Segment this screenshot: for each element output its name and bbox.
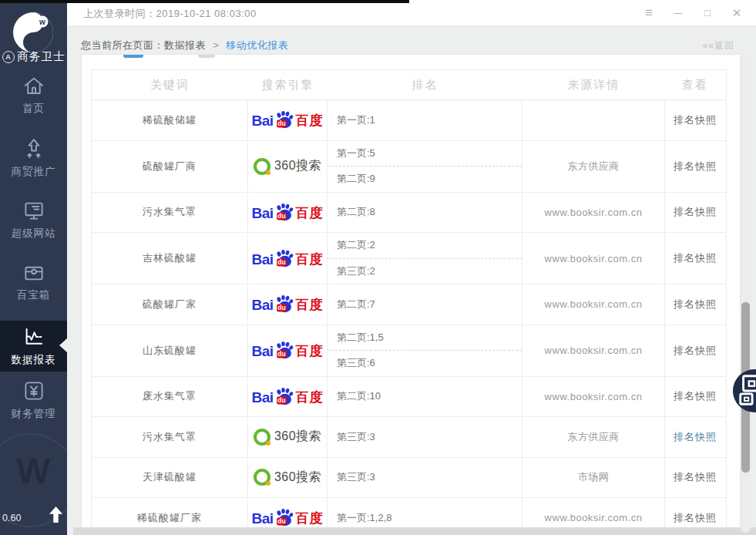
sidebar-item-label: 商贸推广 <box>12 165 56 179</box>
svg-text:du: du <box>277 119 285 127</box>
baidu-logo-icon: Baidu百度 <box>251 387 323 406</box>
table-row: 稀硫酸罐厂家Baidu百度第一页:1,2,8www.booksir.com.cn… <box>92 498 726 527</box>
close-icon[interactable]: ✕ <box>722 6 751 20</box>
breadcrumb-separator: > <box>213 39 219 51</box>
rank-snapshot-link[interactable]: 排名快照 <box>674 160 717 173</box>
bottom-scroll-strip[interactable] <box>73 527 756 535</box>
rank-value: 第一页:1 <box>328 100 522 140</box>
360-search-label: 360搜索 <box>274 429 321 445</box>
360-ring-icon <box>254 158 270 175</box>
keyword-cell: 污水集气罩 <box>143 205 197 219</box>
rank-value: 第三页:6 <box>328 350 522 376</box>
sidebar-item-商贸推广[interactable]: 商贸推广 <box>0 137 67 179</box>
baidu-logo-icon: Baidu百度 <box>251 249 323 268</box>
rank-cell: 第二页:10 <box>328 377 522 417</box>
source-cell: 市场网 <box>578 470 610 484</box>
svg-text:du: du <box>277 517 285 525</box>
source-cell: www.booksir.com.cn <box>545 391 643 402</box>
sidebar-item-数据报表[interactable]: 数据报表 <box>0 321 67 372</box>
website-icon <box>22 199 45 222</box>
qr-code-float-button[interactable] <box>733 369 756 412</box>
rank-snapshot-link[interactable]: 排名快照 <box>674 511 717 525</box>
breadcrumb-prefix: 您当前所在页面：数据报表 <box>81 39 206 51</box>
keyword-cell: 天津硫酸罐 <box>143 470 197 484</box>
360-search-label: 360搜索 <box>274 469 321 486</box>
svg-text:du: du <box>277 258 285 266</box>
version-label: 0.60 <box>2 513 21 523</box>
home-icon <box>22 74 45 97</box>
sidebar-item-财务管理[interactable]: 财务管理 <box>0 379 67 421</box>
source-cell: www.booksir.com.cn <box>545 253 643 264</box>
rank-cell: 第三页:3 <box>328 417 522 457</box>
app-logo-icon: w <box>12 11 55 54</box>
svg-text:du: du <box>277 212 285 220</box>
back-link[interactable]: ««返回 <box>703 39 734 52</box>
svg-text:du: du <box>277 350 285 358</box>
rank-value: 第二页:10 <box>328 377 522 417</box>
rank-snapshot-link[interactable]: 排名快照 <box>674 344 717 358</box>
table-row: 山东硫酸罐Baidu百度第二页:1,5第三页:6www.booksir.com.… <box>92 325 726 377</box>
rank-snapshot-link[interactable]: 排名快照 <box>674 470 717 484</box>
360-ring-icon <box>254 469 270 486</box>
rank-cell: 第一页:1 <box>328 100 522 140</box>
rank-snapshot-link[interactable]: 排名快照 <box>674 205 717 219</box>
last-login-text: 上次登录时间：2019-10-21 08:03:00 <box>83 7 257 21</box>
rank-value: 第二页:8 <box>328 193 522 233</box>
col-header-keyword: 关键词 <box>92 70 248 99</box>
watermark-letter: W <box>16 449 50 492</box>
source-cell: www.booksir.com.cn <box>545 298 643 310</box>
rank-snapshot-link[interactable]: 排名快照 <box>674 430 717 444</box>
inactive-tab-fragment[interactable] <box>198 55 215 58</box>
engine-cell: Baidu百度 <box>248 233 328 284</box>
window-controls: ≡ ─ □ ✕ <box>634 0 751 25</box>
360-search-logo-icon: 360搜索 <box>254 429 321 446</box>
engine-cell: Baidu百度 <box>248 377 328 417</box>
rank-snapshot-link[interactable]: 排名快照 <box>674 251 717 265</box>
brand-name: 商务卫士 <box>18 49 66 64</box>
table-body: 稀硫酸储罐Baidu百度第一页:1排名快照硫酸罐厂商360搜索第一页:5第二页:… <box>92 100 726 527</box>
data-table: 关键词 搜索引擎 排名 来源详情 查看 稀硫酸储罐Baidu百度第一页:1排名快… <box>91 69 727 527</box>
sidebar-item-label: 财务管理 <box>12 407 56 421</box>
table-row: 硫酸罐厂家Baidu百度第二页:7www.booksir.com.cn排名快照 <box>92 284 726 325</box>
keyword-cell: 山东硫酸罐 <box>143 344 197 358</box>
col-header-rank: 排名 <box>328 70 522 99</box>
active-item-arrow-icon <box>59 338 67 352</box>
baidu-logo-icon: Baidu百度 <box>251 110 323 130</box>
window-menu-icon[interactable]: ≡ <box>634 5 664 21</box>
rank-snapshot-link[interactable]: 排名快照 <box>674 389 717 403</box>
360-search-label: 360搜索 <box>274 158 321 174</box>
engine-cell: Baidu百度 <box>248 100 328 140</box>
rank-cell: 第三页:3 <box>328 458 522 498</box>
active-tab-fragment[interactable] <box>123 55 143 58</box>
keyword-cell: 硫酸罐厂商 <box>143 160 197 173</box>
maximize-icon[interactable]: □ <box>693 7 722 19</box>
rank-value: 第一页:5 <box>328 141 522 167</box>
minimize-icon[interactable]: ─ <box>664 7 693 19</box>
finance-icon <box>22 379 45 402</box>
sidebar-item-首页[interactable]: 首页 <box>0 74 67 116</box>
sidebar-item-超级网站[interactable]: 超级网站 <box>0 199 67 241</box>
source-cell: www.booksir.com.cn <box>545 345 643 356</box>
engine-cell: 360搜索 <box>248 141 328 192</box>
keyword-cell: 污水集气罩 <box>143 430 197 444</box>
keyword-cell: 硫酸罐厂家 <box>143 298 197 311</box>
app-window: w A 商务卫士 首页商贸推广超级网站百宝箱数据报表财务管理 W 0.60 上次… <box>0 0 756 535</box>
sidebar-item-label: 超级网站 <box>12 227 56 241</box>
baidu-logo-icon: Baidu百度 <box>251 203 323 222</box>
rank-cell: 第二页:1,5第三页:6 <box>328 325 522 376</box>
360-ring-icon <box>254 429 270 446</box>
engine-cell: Baidu百度 <box>248 193 328 233</box>
sidebar-item-百宝箱[interactable]: 百宝箱 <box>0 261 67 302</box>
rank-snapshot-link[interactable]: 排名快照 <box>674 298 717 311</box>
rank-snapshot-link[interactable]: 排名快照 <box>674 113 717 127</box>
toolbox-icon <box>22 261 45 284</box>
svg-text:du: du <box>277 304 285 311</box>
baidu-logo-icon: Baidu百度 <box>251 341 323 360</box>
rank-value: 第一页:1,2,8 <box>328 498 522 527</box>
qr-code-icon <box>735 372 756 410</box>
table-row: 废水集气罩Baidu百度第二页:10www.booksir.com.cn排名快照 <box>92 377 726 418</box>
svg-text:du: du <box>277 396 285 404</box>
breadcrumb-current-link[interactable]: 移动优化报表 <box>226 39 288 51</box>
svg-text:w: w <box>39 18 45 26</box>
sidebar: w A 商务卫士 首页商贸推广超级网站百宝箱数据报表财务管理 W 0.60 <box>0 0 67 535</box>
